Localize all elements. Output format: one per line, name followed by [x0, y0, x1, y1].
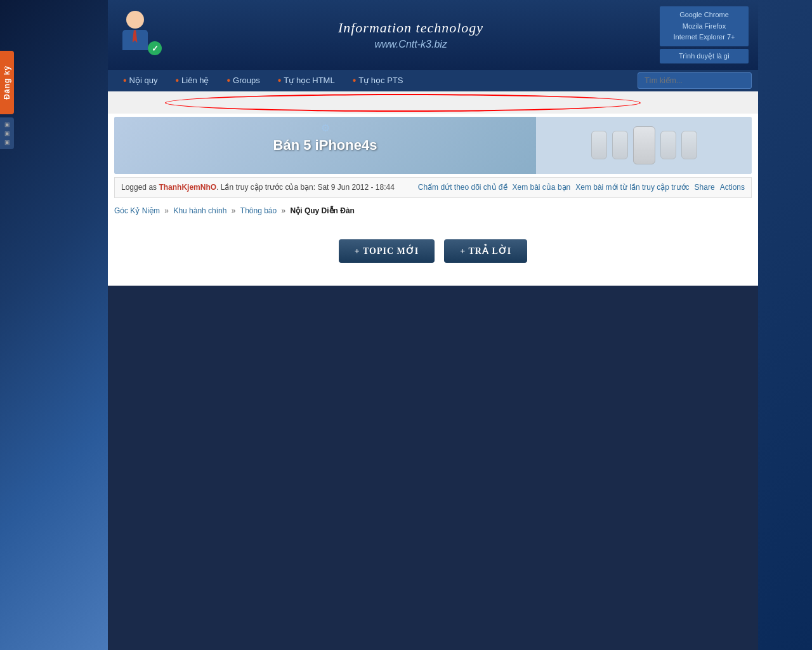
bullet-icon: • — [227, 75, 231, 86]
status-left: Logged as ThanhKjemNhO. Lần truy cập trư… — [121, 182, 395, 194]
username: ThanhKjemNhO — [159, 183, 216, 192]
phone-image-3 — [633, 126, 655, 164]
site-title: Information technology — [162, 20, 660, 36]
sidebar-icons: ▣ ▣ ▣ — [0, 117, 14, 149]
header-left: ✓ — [117, 11, 162, 58]
new-topic-button[interactable]: + TOPIC MỚI — [339, 239, 435, 263]
avatar-head — [126, 11, 144, 29]
browser-button[interactable]: Trình duyệt là gì — [660, 49, 749, 63]
nav-item-tuhochtml[interactable]: • Tự học HTML — [269, 70, 344, 91]
browser-info-box: Google Chrome Mozila Firefox Internet Ex… — [660, 6, 749, 46]
nav-item-lienhe[interactable]: • Liên hệ — [166, 70, 218, 91]
nav-label-tuhochtml: Tự học HTML — [284, 76, 334, 85]
bullet-icon: • — [278, 75, 282, 86]
browser-ie: Internet Explorer 7+ — [674, 33, 735, 41]
browser-firefox: Mozila Firefox — [683, 22, 726, 30]
actions-link[interactable]: Actions — [720, 183, 745, 192]
xem-bai-moi-link[interactable]: Xem bài mới từ lần truy cập trước — [575, 183, 689, 192]
red-oval-container — [108, 91, 758, 114]
bullet-icon: • — [175, 75, 179, 86]
settings-icon: ⚙ — [321, 122, 330, 134]
search-input[interactable] — [638, 72, 752, 89]
sidebar-icon-1: ▣ — [1, 120, 13, 129]
header-center: Information technology www.Cntt-k3.biz — [162, 20, 660, 50]
avatar — [117, 11, 152, 58]
avatar-tie — [133, 30, 138, 43]
dangky-sidebar[interactable]: Đăng ký — [0, 51, 14, 114]
main-wrapper: ✓ Information technology www.Cntt-k3.biz… — [108, 0, 758, 286]
banner-right — [536, 117, 752, 174]
breadcrumb-thong-bao[interactable]: Thông báo — [240, 206, 277, 215]
sidebar-icon-3: ▣ — [1, 138, 13, 147]
nav-item-tuhocpts[interactable]: • Tự học PTS — [344, 70, 412, 91]
separator: » — [164, 206, 171, 215]
reply-button[interactable]: + TRẢ LỜI — [444, 239, 527, 263]
header-right: Google Chrome Mozila Firefox Internet Ex… — [660, 6, 749, 63]
visit-text: . Lần truy cập trước của bạn: Sat 9 Jun … — [216, 183, 395, 192]
phone-image-1 — [591, 131, 607, 159]
breadcrumb: Góc Kỷ Niệm » Khu hành chính » Thông báo… — [108, 201, 758, 220]
separator: » — [232, 206, 238, 215]
nav-label-noiquy: Nội quy — [129, 76, 158, 85]
action-buttons: + TOPIC MỚI + TRẢ LỜI — [108, 227, 758, 275]
header: ✓ Information technology www.Cntt-k3.biz… — [108, 0, 758, 70]
avatar-body — [122, 30, 148, 50]
site-url: www.Cntt-k3.biz — [162, 39, 660, 50]
dangky-label: Đăng ký — [3, 65, 11, 100]
bullet-icon: • — [353, 75, 357, 86]
share-link[interactable]: Share — [695, 183, 715, 192]
phone-image-5 — [681, 131, 697, 159]
separator: » — [282, 206, 288, 215]
breadcrumb-goc-ky-niem[interactable]: Góc Kỷ Niệm — [114, 206, 160, 215]
background-left — [0, 0, 108, 650]
nav-label-groups: Groups — [233, 76, 260, 85]
background-right — [758, 0, 812, 650]
nav-bar: • Nội quy • Liên hệ • Groups • Tự học HT… — [108, 70, 758, 91]
banner-text: Bán 5 iPhone4s — [273, 137, 377, 154]
status-right: Chấm dứt theo dõi chủ đề Xem bài của bạn… — [418, 183, 745, 192]
red-oval-annotation — [165, 94, 641, 112]
bullet-icon: • — [123, 75, 127, 86]
nav-item-noiquy[interactable]: • Nội quy — [114, 70, 166, 91]
check-badge-icon: ✓ — [148, 41, 162, 55]
nav-label-lienhe: Liên hệ — [181, 76, 209, 85]
nav-item-groups[interactable]: • Groups — [218, 70, 269, 91]
banner-left: ⚙ Bán 5 iPhone4s — [114, 117, 536, 174]
breadcrumb-current: Nội Quy Diễn Đàn — [291, 206, 355, 215]
cham-dut-link[interactable]: Chấm dứt theo dõi chủ đề — [418, 183, 508, 192]
avatar-area: ✓ — [117, 11, 162, 58]
banner-area: ⚙ Bán 5 iPhone4s — [114, 117, 752, 174]
phone-image-2 — [612, 131, 628, 159]
nav-label-tuhocpts: Tự học PTS — [358, 76, 403, 85]
browser-chrome: Google Chrome — [679, 11, 729, 18]
xem-bai-link[interactable]: Xem bài của bạn — [513, 183, 571, 192]
status-bar: Logged as ThanhKjemNhO. Lần truy cập trư… — [114, 177, 752, 198]
logged-prefix: Logged as — [121, 183, 159, 192]
phone-image-4 — [660, 131, 676, 159]
breadcrumb-khu-hanh-chinh[interactable]: Khu hành chính — [173, 206, 226, 215]
sidebar-icon-2: ▣ — [1, 129, 13, 138]
nav-items: • Nội quy • Liên hệ • Groups • Tự học HT… — [114, 70, 412, 91]
